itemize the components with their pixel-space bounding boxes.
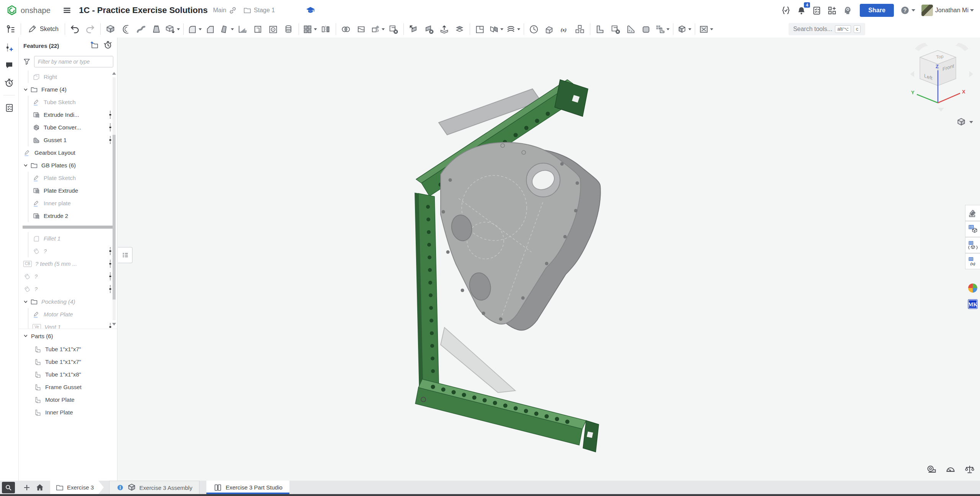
scroll-down-icon[interactable] (112, 323, 116, 326)
breadcrumb[interactable]: Stage 1 (243, 6, 275, 15)
undo-icon[interactable] (67, 22, 83, 36)
frame-pattern-icon[interactable] (654, 22, 671, 36)
thicken-icon[interactable] (164, 22, 181, 36)
frame-trim-icon[interactable] (608, 22, 623, 36)
home-tab-icon[interactable] (33, 482, 46, 493)
protractor-icon[interactable] (945, 464, 956, 475)
folder-breadcrumb-tab[interactable]: Exercise 3 (50, 481, 104, 494)
thread-icon[interactable] (281, 22, 296, 36)
linear-pattern-icon[interactable] (301, 22, 318, 36)
part-row[interactable]: Tube 1"x1"x7" (19, 343, 117, 355)
feature-tree-row[interactable]: ? (19, 245, 117, 257)
rollback-bar[interactable] (19, 222, 117, 232)
expand-chevron-icon[interactable] (23, 163, 28, 168)
suppress-dots-icon[interactable] (109, 247, 112, 256)
feature-tree-row[interactable]: Gusset 1 (19, 134, 117, 146)
new-tab-icon[interactable] (20, 482, 33, 493)
document-menu-icon[interactable] (60, 4, 74, 17)
feature-tree-row[interactable]: Tube Conver... (19, 121, 117, 134)
replace-face-icon[interactable] (437, 22, 452, 36)
tape-measure-icon[interactable] (926, 464, 937, 475)
suppress-dots-icon[interactable] (109, 322, 112, 329)
isolate-icon[interactable] (697, 22, 714, 36)
onshape-logo[interactable]: onshape (6, 5, 51, 16)
mk-app-icon[interactable] (965, 296, 980, 312)
expand-chevron-icon[interactable] (23, 300, 28, 304)
apps-icon[interactable] (825, 4, 838, 17)
tab-part-studio[interactable]: Exercise 3 Part Studio (206, 481, 289, 494)
share-button[interactable]: Share (860, 4, 893, 17)
hole-icon[interactable] (266, 22, 281, 36)
part-row[interactable]: Tube 1"x1"x8" (19, 368, 117, 381)
suppress-dots-icon[interactable] (109, 285, 112, 294)
feature-tree-row[interactable]: Plate Extrude (19, 184, 117, 197)
suppress-dots-icon[interactable] (109, 123, 112, 132)
variables-panel-icon[interactable] (965, 253, 980, 269)
appearance-panel-icon[interactable] (965, 205, 980, 221)
mirror-icon[interactable] (318, 22, 333, 36)
tree-scrollbar[interactable] (112, 71, 116, 326)
bom-table-panel-icon[interactable] (965, 221, 980, 237)
workspace-name[interactable]: Main (213, 7, 226, 14)
insert-feature-icon[interactable] (2, 41, 16, 54)
tab-assembly[interactable]: Exercise 3 Assembly (109, 481, 199, 494)
search-tabs-icon[interactable] (2, 482, 15, 493)
feature-tree-row[interactable]: Fillet 1 (19, 232, 117, 245)
delete-part-icon[interactable] (386, 22, 401, 36)
feature-tree-row[interactable]: Tube Sketch (19, 96, 117, 108)
feature-tree-row[interactable]: Extrude Indi... (19, 108, 117, 121)
mutual-trim-icon[interactable] (488, 22, 505, 36)
suppress-dots-icon[interactable] (109, 259, 112, 268)
user-menu[interactable]: Jonathan Mi (935, 7, 974, 14)
transform-copy-icon[interactable] (542, 22, 557, 36)
scroll-track[interactable] (113, 77, 116, 320)
color-wheel-app-icon[interactable] (965, 280, 980, 296)
redo-icon[interactable] (83, 22, 98, 36)
circular-pattern-icon[interactable] (526, 22, 542, 36)
extrude-icon[interactable] (103, 22, 118, 36)
feature-tree-row[interactable]: Pocketing (4) (19, 295, 117, 308)
link-icon[interactable] (226, 4, 239, 17)
help-menu[interactable] (900, 5, 915, 15)
suppress-dots-icon[interactable] (109, 136, 112, 145)
filter-input[interactable] (34, 56, 113, 67)
part-row[interactable]: Frame Gusset (19, 381, 117, 393)
offset-surface-icon[interactable] (452, 22, 467, 36)
rollback-history-icon[interactable] (103, 40, 113, 51)
revolve-icon[interactable] (118, 22, 134, 36)
suppress-dots-icon[interactable] (109, 110, 112, 119)
transform-icon[interactable] (369, 22, 386, 36)
ai-assistant-icon[interactable] (841, 4, 854, 17)
scroll-thumb[interactable] (113, 135, 116, 300)
feature-tree-row[interactable]: CB ? teeth (5 mm ... (19, 257, 117, 270)
feature-tree-row[interactable]: Motor Plate (19, 308, 117, 321)
featurescript-icon[interactable] (779, 4, 792, 17)
view-cube[interactable]: Top Left Front Z X Y (907, 39, 976, 118)
part-row[interactable]: Inner Plate (19, 406, 117, 419)
scroll-up-icon[interactable] (112, 72, 116, 75)
sketch-button[interactable]: Sketch (23, 22, 62, 36)
feature-tree-row[interactable]: GB Plates (6) (19, 159, 117, 172)
feature-tree-row[interactable]: Right (19, 70, 117, 83)
panel-collapse-handle[interactable] (118, 247, 132, 263)
parts-header[interactable]: Parts (6) (19, 329, 117, 343)
rib-icon[interactable] (235, 22, 250, 36)
mass-properties-icon[interactable] (964, 464, 975, 475)
part-model[interactable] (118, 38, 980, 481)
feature-tree-row[interactable]: ? (19, 283, 117, 295)
composite-part-icon[interactable] (572, 22, 588, 36)
section-view-icon[interactable] (676, 22, 693, 36)
part-row[interactable]: Tube 1"x1"x7" (19, 355, 117, 368)
follow-checklist-icon[interactable] (2, 101, 16, 115)
feature-tree-row[interactable]: Extrude 2 (19, 210, 117, 222)
boolean-icon[interactable] (338, 22, 354, 36)
history-icon[interactable] (2, 76, 16, 90)
cube-face-top[interactable]: Top (936, 54, 944, 60)
fillet-icon[interactable] (186, 22, 203, 36)
part-row[interactable]: Motor Plate (19, 393, 117, 406)
feature-tree-row[interactable]: Inner plate (19, 197, 117, 210)
feature-tree-row[interactable]: Frame (4) (19, 83, 117, 96)
tag-profile-icon[interactable] (639, 22, 654, 36)
shell-icon[interactable] (250, 22, 266, 36)
feature-tree-row[interactable]: Ve Vent 1 (19, 321, 117, 329)
